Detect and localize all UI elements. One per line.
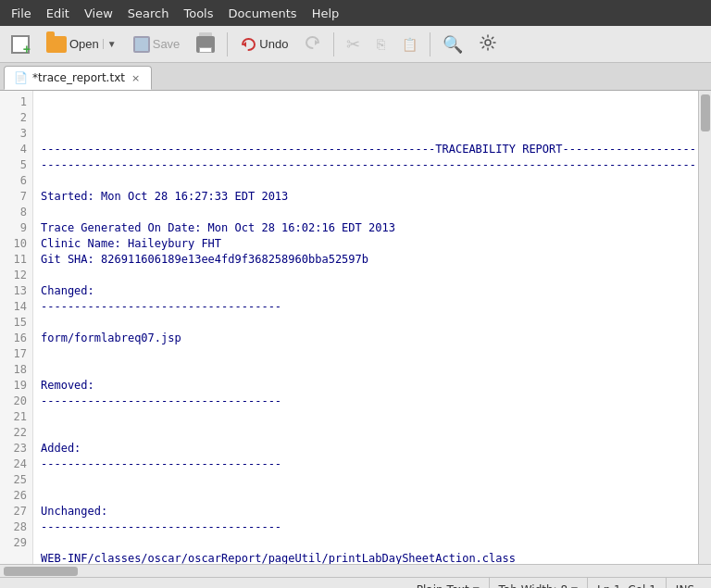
line-number: 27 [7, 504, 27, 519]
position-label: Ln 1, Col 1 [597, 583, 656, 589]
line-number: 3 [7, 126, 27, 142]
status-ins: INS [667, 578, 704, 588]
status-position: Ln 1, Col 1 [588, 578, 667, 588]
undo-button[interactable]: Undo [232, 30, 295, 59]
open-dropdown-arrow[interactable]: ▼ [103, 39, 117, 49]
menu-file[interactable]: File [4, 3, 39, 24]
code-line [41, 268, 691, 283]
line-number: 21 [7, 409, 27, 425]
open-folder-icon [46, 36, 67, 53]
open-button[interactable]: Open ▼ [39, 30, 124, 59]
status-tab-width[interactable]: Tab Width: 8 ▼ [490, 578, 588, 588]
menu-tools[interactable]: Tools [176, 3, 220, 24]
menu-documents[interactable]: Documents [221, 3, 305, 24]
line-number: 2 [7, 110, 27, 126]
paste-button[interactable]: 📋 [394, 30, 425, 59]
separator-2 [333, 32, 334, 56]
settings-button[interactable] [472, 30, 504, 59]
line-number: 20 [7, 394, 27, 409]
line-number: 15 [7, 315, 27, 331]
tab-file-icon: 📄 [14, 71, 28, 84]
status-file-type[interactable]: Plain Text ▼ [407, 578, 490, 588]
code-line: Changed: [41, 283, 691, 299]
code-line [41, 488, 691, 504]
line-number: 19 [7, 378, 27, 394]
vertical-scrollbar[interactable] [698, 91, 711, 564]
new-button[interactable]: + [4, 30, 37, 59]
line-number: 13 [7, 283, 27, 299]
menu-view[interactable]: View [77, 3, 120, 24]
settings-icon [480, 34, 496, 54]
ins-label: INS [676, 583, 694, 589]
line-number: 11 [7, 252, 27, 268]
line-number: 8 [7, 205, 27, 220]
line-number: 5 [7, 157, 27, 173]
tab-close-button[interactable]: × [130, 72, 142, 84]
code-line [41, 315, 691, 331]
tab-trace-report[interactable]: 📄 *trace_report.txt × [4, 66, 152, 90]
print-button[interactable] [189, 30, 222, 59]
undo-icon [240, 36, 256, 53]
cut-icon: ✂ [346, 34, 360, 55]
redo-button[interactable] [297, 30, 329, 59]
line-number: 28 [7, 519, 27, 535]
code-content[interactable]: ----------------------------------------… [33, 91, 698, 564]
code-line [41, 409, 691, 425]
code-line: Trace Generated On Date: Mon Oct 28 16:0… [41, 220, 691, 236]
save-button[interactable]: Save [126, 30, 188, 59]
code-line: ----------------------------------------… [41, 142, 691, 157]
code-line: Unchanged: [41, 504, 691, 519]
code-line [41, 362, 691, 378]
save-label: Save [153, 37, 181, 51]
line-number: 24 [7, 457, 27, 472]
line-number: 14 [7, 299, 27, 315]
open-label: Open [69, 37, 99, 51]
code-line: WEB-INF/classes/oscar/oscarReport/pageUt… [41, 551, 691, 564]
svg-point-2 [485, 40, 491, 45]
code-line: ------------------------------------ [41, 299, 691, 315]
line-number: 23 [7, 441, 27, 457]
tab-label: *trace_report.txt [32, 71, 125, 84]
h-scrollbar-thumb[interactable] [4, 567, 78, 576]
line-number: 26 [7, 488, 27, 504]
tab-width-label: Tab Width: 8 [499, 583, 568, 589]
separator-1 [227, 32, 228, 56]
code-line: form/formlabreq07.jsp [41, 331, 691, 346]
line-number: 7 [7, 189, 27, 205]
line-number: 22 [7, 425, 27, 441]
paste-icon: 📋 [402, 37, 418, 52]
toolbar: + Open ▼ Save Undo [0, 26, 711, 63]
scrollbar-thumb[interactable] [701, 94, 710, 131]
menu-bar: File Edit View Search Tools Documents He… [0, 0, 711, 26]
cut-button[interactable]: ✂ [339, 30, 368, 59]
save-icon [133, 36, 150, 53]
code-line [41, 126, 691, 142]
search-button[interactable]: 🔍 [435, 30, 470, 59]
horizontal-scrollbar[interactable] [0, 564, 711, 577]
code-line [41, 425, 691, 441]
copy-button[interactable]: ⎘ [369, 30, 393, 59]
code-line [41, 205, 691, 220]
new-icon: + [11, 35, 30, 54]
code-line: Removed: [41, 378, 691, 394]
code-line: ----------------------------------------… [41, 157, 691, 173]
tab-bar: 📄 *trace_report.txt × [0, 63, 711, 91]
status-bar: Plain Text ▼ Tab Width: 8 ▼ Ln 1, Col 1 … [0, 577, 711, 588]
code-line: ------------------------------------ [41, 519, 691, 535]
line-number: 12 [7, 268, 27, 283]
line-numbers: 1234567891011121314151617181920212223242… [0, 91, 33, 564]
print-icon [196, 36, 215, 53]
search-icon: 🔍 [443, 34, 463, 55]
menu-help[interactable]: Help [305, 3, 347, 24]
menu-edit[interactable]: Edit [39, 3, 77, 24]
code-line: Clinic Name: Haileybury FHT [41, 236, 691, 252]
undo-label: Undo [259, 37, 288, 51]
code-line: ------------------------------------ [41, 394, 691, 409]
separator-3 [430, 32, 430, 56]
menu-search[interactable]: Search [120, 3, 177, 24]
code-line: ------------------------------------ [41, 457, 691, 472]
code-line [41, 472, 691, 488]
line-number: 4 [7, 142, 27, 157]
line-number: 25 [7, 472, 27, 488]
file-type-label: Plain Text [417, 583, 469, 589]
